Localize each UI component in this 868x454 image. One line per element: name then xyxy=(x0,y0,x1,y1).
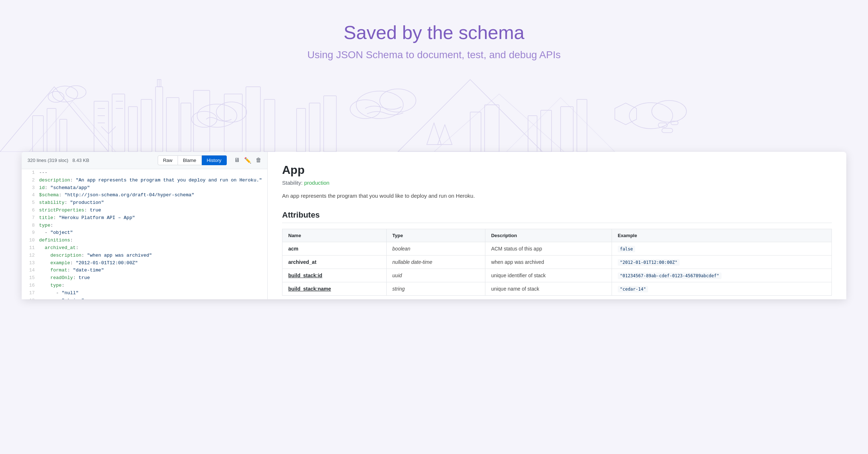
svg-rect-13 xyxy=(166,98,179,152)
attr-example-value: "cedar-14" xyxy=(618,286,648,292)
attr-example-value: false xyxy=(618,246,635,252)
svg-point-40 xyxy=(629,103,673,129)
col-header-type: Type xyxy=(386,229,485,242)
attr-example-cell: "01234567-89ab-cdef-0123-456789abcdef" xyxy=(612,269,831,282)
hero-subtitle: Using JSON Schema to document, test, and… xyxy=(7,49,861,61)
svg-rect-15 xyxy=(193,90,210,152)
blame-button[interactable]: Blame xyxy=(178,155,202,165)
svg-rect-37 xyxy=(561,107,573,152)
table-row: build_stack:iduuidunique identifier of s… xyxy=(282,269,832,282)
attr-example-cell: "cedar-14" xyxy=(612,282,831,296)
code-line: 9 - "object" xyxy=(22,229,267,237)
file-size: 8.43 KB xyxy=(72,158,89,163)
attr-example-value: "2012-01-01T12:00:00Z" xyxy=(618,259,680,266)
table-row: build_stack:namestringunique name of sta… xyxy=(282,282,832,296)
attr-example-cell: "2012-01-01T12:00:00Z" xyxy=(612,256,831,269)
attr-example-cell: false xyxy=(612,242,831,256)
attr-desc-cell: unique name of stack xyxy=(485,282,612,296)
attr-type-cell: nullable date-time xyxy=(386,256,485,269)
attr-name-cell: archived_at xyxy=(282,256,387,269)
code-line: 3 id: "schemata/app" xyxy=(22,184,267,192)
attr-desc-cell: ACM status of this app xyxy=(485,242,612,256)
code-line: 18 - "string" xyxy=(22,297,267,299)
code-line: 8 type: xyxy=(22,222,267,230)
attr-type-cell: boolean xyxy=(386,242,485,256)
code-line: 12 description: "when app was archived" xyxy=(22,252,267,260)
svg-rect-25 xyxy=(246,87,260,152)
svg-rect-38 xyxy=(577,99,587,152)
toolbar-buttons: Raw Blame History xyxy=(158,155,227,165)
code-line: 2 description: "An app represents the pr… xyxy=(22,177,267,184)
col-header-description: Description xyxy=(485,229,612,242)
svg-rect-8 xyxy=(128,107,137,152)
code-line: 11 archived_at: xyxy=(22,244,267,252)
svg-rect-29 xyxy=(324,96,336,152)
svg-rect-10 xyxy=(156,87,163,152)
attr-name-text: archived_at xyxy=(288,259,316,265)
attributes-section-title: Attributes xyxy=(282,210,832,223)
attr-desc-cell: when app was archived xyxy=(485,256,612,269)
svg-rect-27 xyxy=(297,108,306,152)
code-line: 7 title: "Heroku Platform API – App" xyxy=(22,214,267,222)
hero-title: Saved by the schema xyxy=(7,22,861,43)
table-row: archived_atnullable date-timewhen app wa… xyxy=(282,256,832,269)
code-line: 17 - "null" xyxy=(22,290,267,297)
edit-icon[interactable]: ✏️ xyxy=(244,157,251,164)
svg-rect-14 xyxy=(181,103,191,152)
attr-name-link[interactable]: build_stack:id xyxy=(288,273,322,278)
svg-rect-26 xyxy=(264,99,275,152)
svg-rect-36 xyxy=(541,110,552,152)
attr-name-cell: acm xyxy=(282,242,387,256)
svg-rect-7 xyxy=(112,94,125,152)
svg-point-4 xyxy=(66,86,86,99)
attr-type-cell: uuid xyxy=(386,269,485,282)
attr-example-value: "01234567-89ab-cdef-0123-456789abcdef" xyxy=(618,273,722,279)
code-line: 14 format: "date-time" xyxy=(22,267,267,274)
attr-name-cell: build_stack:name xyxy=(282,282,387,296)
stability-label: Stability: xyxy=(282,180,303,186)
attr-type-cell: string xyxy=(386,282,485,296)
code-panel: 320 lines (319 sloc) 8.43 KB Raw Blame H… xyxy=(22,152,268,299)
attr-name-link[interactable]: build_stack:name xyxy=(288,286,331,292)
attributes-table-body: acmbooleanACM status of this appfalsearc… xyxy=(282,242,832,296)
line-count: 320 lines (319 sloc) xyxy=(27,158,68,163)
code-line: 10 definitions: xyxy=(22,237,267,244)
hero-section: Saved by the schema Using JSON Schema to… xyxy=(0,0,868,152)
code-line: 6 strictProperties: true xyxy=(22,207,267,214)
code-line: 15 readOnly: true xyxy=(22,274,267,282)
attr-name-cell: build_stack:id xyxy=(282,269,387,282)
col-header-example: Example xyxy=(612,229,831,242)
doc-stability: Stability: production xyxy=(282,180,832,186)
svg-point-41 xyxy=(652,100,686,122)
attributes-table: Name Type Description Example acmboolean… xyxy=(282,229,832,296)
svg-rect-28 xyxy=(309,103,320,152)
attr-desc-cell: unique identifier of stack xyxy=(485,269,612,282)
svg-rect-34 xyxy=(485,105,499,152)
svg-marker-39 xyxy=(615,103,637,125)
code-line: 16 type: xyxy=(22,282,267,290)
delete-icon[interactable]: 🗑 xyxy=(256,157,261,164)
svg-rect-24 xyxy=(224,94,242,152)
svg-rect-1 xyxy=(47,108,56,152)
history-button[interactable]: History xyxy=(202,155,227,165)
code-line: 4 $schema: "http://json-schema.org/draft… xyxy=(22,192,267,199)
col-header-name: Name xyxy=(282,229,387,242)
stability-value[interactable]: production xyxy=(304,180,329,186)
svg-rect-2 xyxy=(60,119,67,152)
doc-description: An app represents the program that you w… xyxy=(282,192,832,200)
table-header-row: Name Type Description Example xyxy=(282,229,832,242)
code-body: 1 --- 2 description: "An app represents … xyxy=(22,169,267,299)
code-line: 13 example: "2012-01-01T12:00:00Z" xyxy=(22,260,267,267)
svg-point-5 xyxy=(48,91,64,102)
toolbar-icons: 🖥 ✏️ 🗑 xyxy=(234,157,261,164)
code-line: 5 stability: "production" xyxy=(22,199,267,207)
code-line: 1 --- xyxy=(22,169,267,177)
code-meta: 320 lines (319 sloc) 8.43 KB xyxy=(27,158,153,163)
table-row: acmbooleanACM status of this appfalse xyxy=(282,242,832,256)
svg-point-30 xyxy=(356,91,403,119)
attr-name-text: acm xyxy=(288,246,298,252)
main-content: 320 lines (319 sloc) 8.43 KB Raw Blame H… xyxy=(22,152,846,299)
raw-button[interactable]: Raw xyxy=(158,155,178,165)
code-toolbar: 320 lines (319 sloc) 8.43 KB Raw Blame H… xyxy=(22,152,267,169)
monitor-icon[interactable]: 🖥 xyxy=(234,157,240,164)
